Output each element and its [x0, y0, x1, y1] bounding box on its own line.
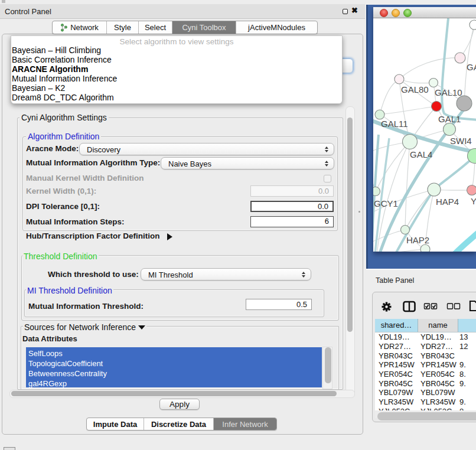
- svg-text:GAL11: GAL11: [381, 119, 408, 129]
- svg-text:HAP2: HAP2: [406, 235, 429, 245]
- svg-text:GAL80: GAL80: [401, 84, 429, 94]
- svg-text:GAL1: GAL1: [438, 114, 461, 124]
- svg-text:SWI4: SWI4: [450, 136, 472, 146]
- svg-text:GAL10: GAL10: [435, 87, 462, 97]
- svg-text:HAP4: HAP4: [436, 197, 459, 207]
- svg-text:YL: YL: [471, 196, 476, 206]
- svg-text:GCY1: GCY1: [374, 198, 398, 208]
- svg-text:GAL7: GAL7: [467, 62, 476, 72]
- svg-text:GAL4: GAL4: [410, 149, 432, 159]
